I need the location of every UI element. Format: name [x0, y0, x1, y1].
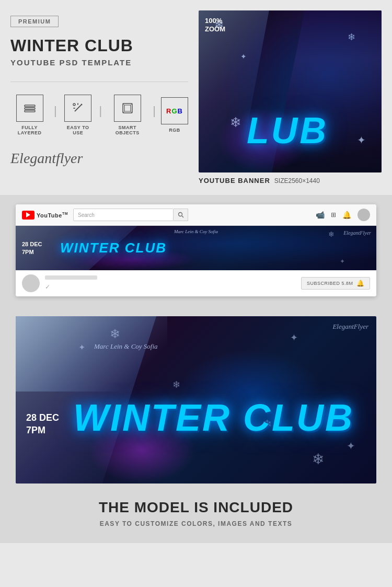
large-banner-artist-label: Marc Lein & Coy Sofia [94, 342, 158, 351]
svg-line-17 [182, 216, 183, 217]
banner-size: SIZE2560×1440 [274, 177, 320, 185]
yt-banner-title: WINTER CLUB [60, 240, 167, 256]
yt-verify-icon: ✓ [45, 283, 50, 291]
right-preview: ❄ ❄ ❄ ✦ ✦ 100% ZOOM LUB YOUTUBE BANNER S… [199, 10, 382, 185]
main-title: WINTER CLUB [10, 37, 133, 55]
brand-logo: Elegantflyer [10, 150, 83, 167]
banner-label-row: YOUTUBE BANNER SIZE2560×1440 [199, 177, 382, 185]
feature-layers: FULLY LAYERED [10, 95, 49, 135]
feature-smart-label: SMART OBJECTS [107, 125, 147, 135]
svg-point-4 [73, 103, 75, 106]
yt-search-area[interactable]: Search [73, 209, 188, 221]
yt-grid-icon[interactable]: ⊞ [331, 211, 336, 218]
feature-rgb: RGB RGB [161, 97, 188, 133]
rgb-icon: RGB [161, 97, 188, 124]
zoom-badge: 100% ZOOM [205, 17, 225, 33]
yt-video-icon[interactable]: 📹 [316, 211, 325, 219]
yt-channel-avatar [22, 274, 40, 292]
yt-channel-row: ✓ SUBSCRIBED 5.8M 🔔 [16, 270, 376, 296]
bottom-sub-title: EASY TO CUSTOMIZE COLORS, IMAGES AND TEX… [16, 520, 376, 527]
large-snowflake-4: ✦ [347, 440, 355, 452]
feature-easy-label: EASY TO USE [62, 125, 94, 135]
feature-easy: EASY TO USE [62, 95, 94, 135]
yt-user-avatar[interactable] [358, 209, 370, 221]
yt-search-placeholder: Search [78, 212, 95, 218]
svg-rect-1 [25, 108, 35, 109]
feature-smart: SMART OBJECTS [107, 95, 147, 135]
large-banner-title-text: WINTER CLUB [73, 396, 354, 439]
yt-search-button[interactable] [174, 209, 188, 221]
yt-bell-icon[interactable]: 🔔 [342, 211, 351, 219]
yt-channel-name-bar [45, 275, 97, 280]
smart-objects-icon [114, 95, 141, 122]
premium-badge: PREMIUM [10, 16, 59, 27]
banner-type: YOUTUBE BANNER [199, 177, 270, 185]
rgb-text: RGB [166, 107, 183, 115]
bottom-main-title: THE MODEL IS INCLUDED [16, 499, 376, 516]
sep2: | [99, 105, 102, 117]
large-banner-date-label: 28 DEC 7PM [26, 412, 59, 436]
left-info: PREMIUM WINTER CLUB YOUTUBE PSD TEMPLATE… [10, 10, 188, 185]
yt-snowflake-2: ✦ [340, 258, 345, 265]
preview-title: LUB [247, 110, 328, 151]
yt-snowflake-1: ❄ [328, 230, 335, 238]
yt-banner-date: 28 DEC 7PM [22, 240, 42, 256]
snowflake-5: ✦ [240, 52, 247, 61]
yt-banner: Marc Lein & Coy Sofia 28 DEC 7PM WINTER … [16, 226, 376, 270]
svg-point-5 [81, 104, 83, 106]
yt-subscribe-label: SUBSCRIBED 5.8M [307, 281, 353, 286]
snowflake-2: ❄ [348, 31, 355, 43]
yt-logo-text: YouTubeTM [37, 212, 68, 218]
large-snowflake-2: ✦ [78, 342, 85, 352]
youtube-play-triangle [26, 212, 30, 217]
large-banner-brand-label: ElegantFlyer [332, 323, 368, 331]
yt-subscribe-button[interactable]: SUBSCRIBED 5.8M 🔔 [301, 277, 370, 290]
large-snowflake-7: ✦ [290, 332, 298, 343]
features-row: FULLY LAYERED | EASY TO USE [10, 95, 188, 135]
preview-image: ❄ ❄ ❄ ✦ ✦ 100% ZOOM LUB [199, 10, 382, 172]
top-section: PREMIUM WINTER CLUB YOUTUBE PSD TEMPLATE… [0, 0, 392, 195]
layers-icon [16, 95, 43, 122]
ice-texture [16, 316, 167, 392]
yt-nav-icons: 📹 ⊞ 🔔 [316, 209, 370, 221]
sub-title: YOUTUBE PSD TEMPLATE [10, 58, 132, 67]
sep1: | [54, 105, 57, 117]
svg-rect-2 [25, 110, 35, 112]
youtube-mockup: YouTubeTM Search 📹 ⊞ 🔔 Marc [16, 204, 376, 296]
sep3: | [153, 105, 156, 117]
svg-line-3 [75, 105, 81, 111]
svg-point-16 [178, 213, 182, 216]
svg-rect-0 [25, 105, 35, 107]
yt-logo-area: YouTubeTM [22, 211, 68, 220]
yt-subscribe-bell: 🔔 [356, 280, 365, 287]
youtube-logo-icon [22, 211, 34, 220]
svg-rect-11 [124, 105, 131, 111]
yt-search-box[interactable]: Search [73, 209, 174, 221]
feature-layers-label: FULLY LAYERED [10, 125, 49, 135]
large-snowflake-3: ❄ [312, 451, 324, 468]
yt-topbar: YouTubeTM Search 📹 ⊞ 🔔 [16, 204, 376, 226]
yt-banner-artist: Marc Lein & Coy Sofia [174, 229, 218, 234]
divider [10, 82, 188, 82]
large-snowflake-5: ❄ [172, 379, 180, 390]
yt-channel-info: ✓ [45, 275, 296, 291]
large-banner-section: ❄ ✦ ❄ ✦ ❄ ❄ ✦ ElegantFlyer Marc Lein & C… [0, 306, 392, 489]
large-snowflake-1: ❄ [110, 327, 120, 341]
youtube-section: YouTubeTM Search 📹 ⊞ 🔔 Marc [0, 195, 392, 306]
feature-rgb-label: RGB [169, 128, 180, 133]
wand-icon [64, 95, 91, 122]
large-banner: ❄ ✦ ❄ ✦ ❄ ❄ ✦ ElegantFlyer Marc Lein & C… [16, 316, 376, 484]
bottom-text-section: THE MODEL IS INCLUDED EASY TO CUSTOMIZE … [0, 489, 392, 543]
yt-banner-brand: ElegantFlyer [343, 230, 371, 236]
